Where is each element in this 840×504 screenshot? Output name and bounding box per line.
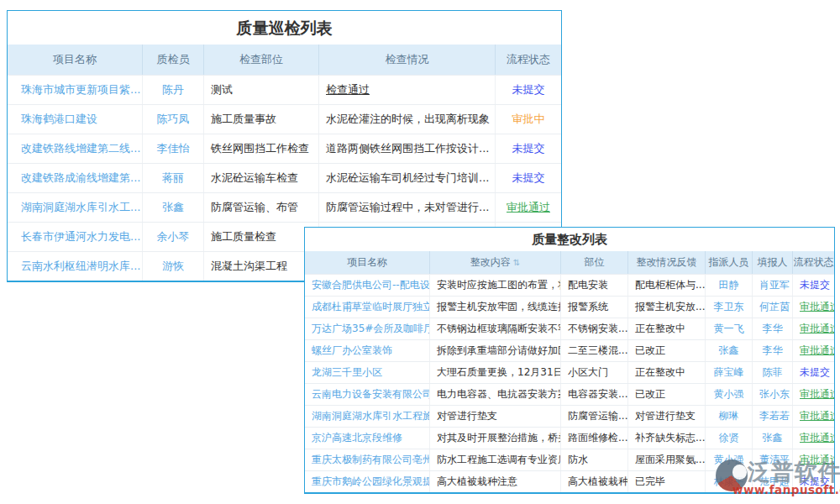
project-link[interactable]: 龙湖三千里小区	[305, 362, 429, 383]
col-header-inspector: 质检员	[142, 45, 203, 75]
content-cell: 高大植被栽种注意	[429, 471, 560, 492]
assignee-link[interactable]: 黄小强	[705, 384, 752, 405]
status-badge: 审批通过	[792, 318, 834, 339]
inspector-link[interactable]: 蒋丽	[142, 164, 203, 192]
rectification-table-title: 质量整改列表	[305, 228, 834, 251]
project-link[interactable]: 湖南洞庭湖水库引水工程施工标	[305, 406, 429, 427]
status-badge: 审批通过	[792, 406, 834, 427]
table-row: 湖南洞庭湖水库引水工... 张鑫 防腐管运输、布管 防腐管运输过程中，未对管进行…	[8, 192, 561, 222]
col-header-project: 项目名称	[8, 45, 142, 75]
part-cell: 防腐管运输...	[560, 406, 627, 427]
content-cell: 对其及时开展整治措施，桥头...	[429, 428, 560, 449]
project-link[interactable]: 安徽合肥供电公司--配电设备...	[305, 275, 429, 296]
table-row: 珠海鹤港口建设 陈巧凤 施工质量事故 水泥砼灌注的时候，出现离析现象 审批中	[8, 104, 561, 134]
content-cell: 拆除到承重墙部分请做好加固...	[429, 340, 560, 361]
table-row: 重庆太极制药有限公司亳州中... 防水工程施工选调有专业资质... 防水 屋面采…	[305, 449, 834, 470]
col-header-status: 流程状态	[495, 45, 561, 75]
part-cell: 防水	[560, 449, 627, 470]
reporter-link[interactable]: 何芷茵	[752, 297, 792, 318]
status-badge: 未提交	[792, 275, 834, 296]
col-header-project: 项目名称	[305, 251, 429, 274]
rectification-table-header: 项目名称 整改内容⇅ 部位 整改情况反馈 指派人员 填报人 流程状态	[305, 251, 834, 274]
table-row: 成都杜甫草堂临时展厅独立展... 报警主机安放牢固，线缆连接... 报警系统 报…	[305, 296, 834, 318]
reporter-link[interactable]: 肖亚军	[752, 275, 792, 296]
reporter-link[interactable]: 李若若	[752, 406, 792, 427]
inspector-link[interactable]: 张鑫	[142, 193, 203, 222]
status-badge: 未提交	[792, 362, 834, 383]
inspector-link[interactable]: 游恢	[142, 252, 203, 281]
part-cell: 铁丝网围挡工作检查	[203, 134, 318, 163]
situation-cell: 检查通过	[318, 76, 495, 104]
sort-icon[interactable]: ⇅	[513, 258, 520, 267]
feedback-cell: 已改正	[627, 340, 705, 361]
part-cell: 电容器安装...	[560, 384, 627, 405]
project-link[interactable]: 云南水利枢纽潜明水库...	[8, 252, 142, 281]
situation-cell: 水泥砼灌注的时候，出现离析现象	[318, 105, 495, 134]
assignee-link[interactable]: 李卫东	[705, 297, 752, 318]
feedback-cell: 正在整改中	[627, 362, 705, 383]
part-cell: 测试	[203, 76, 318, 104]
table-row: 改建铁路成渝线增建第... 蒋丽 水泥砼运输车检查 水泥砼运输车司机经过专门培训…	[8, 163, 561, 192]
feedback-cell: 正在整改中	[627, 318, 705, 339]
project-link[interactable]: 珠海鹤港口建设	[8, 105, 142, 134]
part-cell: 施工质量事故	[203, 105, 318, 134]
assignee-link[interactable]: 黄小强	[705, 449, 752, 470]
col-header-status: 流程状态	[792, 251, 834, 274]
content-cell: 安装时应按施工图的布置，将...	[429, 275, 560, 296]
project-link[interactable]: 重庆太极制药有限公司亳州中...	[305, 449, 429, 470]
assignee-link[interactable]: 徐贤	[705, 428, 752, 449]
status-badge: 审批通过	[792, 428, 834, 449]
project-link[interactable]: 京沪高速北京段维修	[305, 428, 429, 449]
assignee-link[interactable]: 柳琳	[705, 406, 752, 427]
table-row: 万达广场35#会所及咖啡厅空... 不锈钢边框玻璃隔断安装不牢... 不锈钢安装…	[305, 318, 834, 339]
inspector-link[interactable]: 陈巧凤	[142, 105, 203, 134]
assignee-link[interactable]: 黄一飞	[705, 318, 752, 339]
project-link[interactable]: 云南电力设备安装有限公司20...	[305, 384, 429, 405]
project-link[interactable]: 万达广场35#会所及咖啡厅空...	[305, 318, 429, 339]
content-cell: 电力电容器、电抗器安装方案,...	[429, 384, 560, 405]
table-row: 改建铁路线增建第二线... 李佳怡 铁丝网围挡工作检查 道路两侧铁丝网围挡工作按…	[8, 134, 561, 163]
assignee-link[interactable]: 田静	[705, 275, 752, 296]
table-row: 安徽合肥供电公司--配电设备... 安装时应按施工图的布置，将... 配电安装 …	[305, 274, 834, 296]
reporter-link[interactable]: 范甲超	[752, 471, 792, 492]
reporter-link[interactable]: 董清平	[752, 449, 792, 470]
content-cell: 对管进行垫支	[429, 406, 560, 427]
assignee-link[interactable]: 薛宝峰	[705, 362, 752, 383]
inspector-link[interactable]: 余小琴	[142, 223, 203, 251]
reporter-link[interactable]: 张鑫	[752, 428, 792, 449]
project-link[interactable]: 成都杜甫草堂临时展厅独立展...	[305, 297, 429, 318]
project-link[interactable]: 重庆市鹅岭公园绿化景观提升...	[305, 471, 429, 492]
project-link[interactable]: 螺丝厂办公室装饰	[305, 340, 429, 361]
assignee-link[interactable]: 张鑫	[705, 340, 752, 361]
col-header-part: 部位	[560, 251, 627, 274]
project-link[interactable]: 珠海市城市更新项目紫...	[8, 76, 142, 104]
feedback-cell: 已改正	[627, 384, 705, 405]
project-link[interactable]: 改建铁路线增建第二线...	[8, 134, 142, 163]
reporter-link[interactable]: 李华	[752, 318, 792, 339]
table-row: 龙湖三千里小区 大理石质量更换，12月31日之... 小区大门 正在整改中 薛宝…	[305, 361, 834, 383]
table-row: 云南电力设备安装有限公司20... 电力电容器、电抗器安装方案,... 电容器安…	[305, 383, 834, 405]
project-link[interactable]: 长春市伊通河水力发电...	[8, 223, 142, 251]
inspector-link[interactable]: 李佳怡	[142, 134, 203, 163]
assignee-link[interactable]: 林康平	[705, 471, 752, 492]
inspection-table-title: 质量巡检列表	[8, 11, 561, 45]
table-row: 螺丝厂办公室装饰 拆除到承重墙部分请做好加固... 二至三楼混... 已改正 张…	[305, 339, 834, 361]
project-link[interactable]: 湖南洞庭湖水库引水工...	[8, 193, 142, 222]
part-cell: 混凝土沟渠工程	[203, 252, 318, 281]
status-badge: 未提交	[495, 134, 561, 163]
status-badge: 审批通过	[495, 193, 561, 222]
reporter-link[interactable]: 张小东	[752, 384, 792, 405]
col-header-assignee: 指派人员	[705, 251, 752, 274]
status-badge: 审批通过	[792, 297, 834, 318]
project-link[interactable]: 改建铁路成渝线增建第...	[8, 164, 142, 192]
inspector-link[interactable]: 陈丹	[142, 76, 203, 104]
feedback-cell: 补齐缺失标志...	[627, 428, 705, 449]
feedback-cell: 配电柜柜体与...	[627, 275, 705, 296]
reporter-link[interactable]: 陈菲	[752, 362, 792, 383]
table-row: 京沪高速北京段维修 对其及时开展整治措施，桥头... 路面维修检... 补齐缺失…	[305, 427, 834, 449]
part-cell: 二至三楼混...	[560, 340, 627, 361]
reporter-link[interactable]: 李华	[752, 340, 792, 361]
situation-cell: 水泥砼运输车司机经过专门培训...	[318, 164, 495, 192]
feedback-cell: 对管进行垫支	[627, 406, 705, 427]
situation-cell: 道路两侧铁丝网围挡工作按设计...	[318, 134, 495, 163]
